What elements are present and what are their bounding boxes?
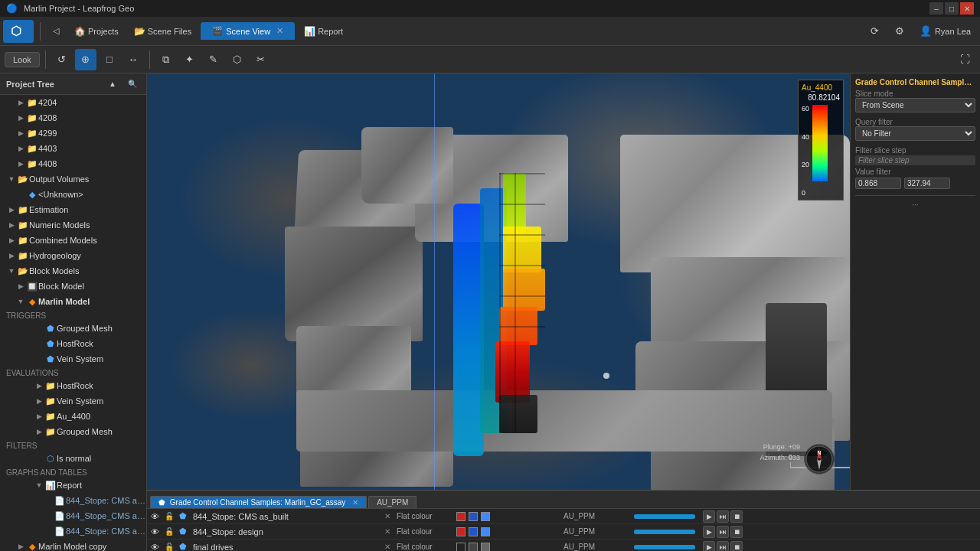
tree-item-hostrock[interactable]: ⬟ HostRock xyxy=(0,336,146,351)
ore-grid-2 xyxy=(514,173,516,433)
layer-color-swatch-r2[interactable] xyxy=(456,527,466,536)
tree-item-report-2[interactable]: 📄 844_Stope_CMS as_built xyxy=(0,508,146,523)
bottom-tab-close[interactable]: ✕ xyxy=(352,498,358,507)
layer-lock-1[interactable]: 🔓 xyxy=(162,512,176,520)
bottom-tab-auppm[interactable]: AU_PPM xyxy=(368,496,416,508)
layer-vis-3[interactable]: 👁 xyxy=(147,543,162,552)
layer-color-swatch-b2[interactable] xyxy=(469,527,478,536)
tree-item-au4400[interactable]: ▶ 📁 Au_4400 xyxy=(0,409,146,424)
close-button[interactable]: ✕ xyxy=(960,2,974,15)
scene-files-button[interactable]: 📂 Scene Files xyxy=(128,24,198,39)
tree-item-4299[interactable]: ▶ 📁 4299 xyxy=(0,126,146,141)
cursor-indicator xyxy=(603,373,609,379)
tree-item-vein-system[interactable]: ⬟ Vein System xyxy=(0,351,146,367)
tree-item-4403[interactable]: ▶ 📁 4403 xyxy=(0,141,146,156)
scene-view-label: Scene View xyxy=(226,27,270,36)
tree-item-4208[interactable]: ▶ 📁 4208 xyxy=(0,110,146,126)
projects-button[interactable]: 🏠 Projects xyxy=(68,24,125,39)
tree-search-button[interactable]: 🔍 xyxy=(125,77,140,92)
settings-button[interactable]: ⚙ xyxy=(889,21,910,42)
minimize-button[interactable]: – xyxy=(929,2,943,15)
tree-item-marlin-copy[interactable]: ▶ ◆ Marlin Model copy xyxy=(0,539,146,551)
tree-item-grouped-mesh-eval[interactable]: ▶ 📁 Grouped Mesh xyxy=(0,424,146,439)
report-label: Report xyxy=(318,27,343,36)
titlebar: 🔵 Marlin Project - Leapfrog Geo – □ ✕ xyxy=(0,0,980,17)
scene-view-close[interactable]: ✕ xyxy=(276,26,283,36)
value-filter-min[interactable] xyxy=(855,178,901,189)
measure-h-tool[interactable]: ↔ xyxy=(122,49,144,70)
polygon-tool[interactable]: ⬡ xyxy=(227,49,248,70)
tree-item-grouped-mesh[interactable]: ⬟ Grouped Mesh xyxy=(0,321,146,336)
layer-btn-play-3[interactable]: ▶ xyxy=(703,541,715,552)
point-tool[interactable]: ✦ xyxy=(179,49,201,70)
zoom-fit-button[interactable]: ⛶ xyxy=(954,49,975,70)
tree-item-block-model[interactable]: ▶ 🔲 Block Model xyxy=(0,279,146,294)
draw-tool[interactable]: ✎ xyxy=(203,49,224,70)
layer-color-swatch-l1[interactable] xyxy=(481,512,490,521)
layer-close-3[interactable]: ✕ xyxy=(381,543,394,551)
viewport-right-container: Au_4400 80.82104 60 40 20 0 xyxy=(147,73,980,490)
tree-item-hostrock-eval[interactable]: ▶ 📁 HostRock xyxy=(0,378,146,393)
layer-btn-step-1[interactable]: ⏭ xyxy=(717,510,729,523)
nav-back-button[interactable]: ◁ xyxy=(47,24,65,38)
slice-mode-select[interactable]: From Scene xyxy=(855,98,975,112)
layer-color-swatch-r1[interactable] xyxy=(456,512,466,521)
tree-item-hydrogeology[interactable]: ▶ 📁 Hydrogeology xyxy=(0,248,146,263)
layer-slider-3[interactable] xyxy=(634,545,695,549)
look-button[interactable]: Look xyxy=(5,52,40,67)
layer-color-swatch-b3[interactable] xyxy=(469,543,478,552)
cut-tool[interactable]: ✂ xyxy=(250,49,272,70)
bottom-tab-gc[interactable]: ⬟ Grade Control Channel Samples: Marlin_… xyxy=(150,496,367,508)
tree-item-estimation[interactable]: ▶ 📁 Estimation xyxy=(0,202,146,217)
viewport-3d[interactable]: Au_4400 80.82104 60 40 20 0 xyxy=(147,73,850,490)
layer-vis-1[interactable]: 👁 xyxy=(147,512,162,521)
layer-btn-play-1[interactable]: ▶ xyxy=(703,510,715,523)
tree-item-is-normal[interactable]: ⬡ Is normal xyxy=(0,451,146,466)
layer-slider-1[interactable] xyxy=(634,514,695,519)
layer-lock-2[interactable]: 🔓 xyxy=(162,527,176,536)
layer-btn-end-3[interactable]: ⏹ xyxy=(730,541,743,552)
layer-btn-end-2[interactable]: ⏹ xyxy=(730,526,743,538)
tree-item-numeric-models[interactable]: ▶ 📁 Numeric Models xyxy=(0,217,146,233)
rotate-tool[interactable]: ↺ xyxy=(51,49,73,70)
layer-attr2-3: AU_PPM xyxy=(560,543,629,551)
tree-item-marlin-model[interactable]: ▼ ◆ Marlin Model xyxy=(0,294,146,309)
layer-color-swatch-l3[interactable] xyxy=(481,543,490,552)
folder-icon: 📁 xyxy=(17,249,29,262)
scene-view-tab[interactable]: 🎬 Scene View ✕ xyxy=(201,22,295,40)
tree-item-vein-system-eval[interactable]: ▶ 📁 Vein System xyxy=(0,393,146,409)
value-filter-max[interactable] xyxy=(904,178,950,189)
tree-item-block-models[interactable]: ▼ 📂 Block Models xyxy=(0,263,146,279)
report-button[interactable]: 📊 Report xyxy=(298,24,349,39)
rock-center-top2 xyxy=(361,127,453,204)
layer-color-swatch-l2[interactable] xyxy=(481,527,490,536)
slice-tool[interactable]: ⧉ xyxy=(155,49,177,70)
layer-close-2[interactable]: ✕ xyxy=(381,527,394,536)
tree-item-output-volumes[interactable]: ▼ 📂 Output Volumes xyxy=(0,171,146,187)
layer-close-1[interactable]: ✕ xyxy=(381,512,394,520)
tree-item-combined-models[interactable]: ▶ 📁 Combined Models xyxy=(0,233,146,248)
tree-collapse-button[interactable]: ▲ xyxy=(105,77,120,92)
layer-color-swatch-b1[interactable] xyxy=(469,512,478,521)
folder-icon: 📁 xyxy=(44,395,57,407)
select-box-tool[interactable]: □ xyxy=(99,49,120,70)
tree-item-4204[interactable]: ▶ 📁 4204 xyxy=(0,95,146,110)
layer-btn-end-1[interactable]: ⏹ xyxy=(730,510,743,523)
bottom-panel: ⬟ Grade Control Channel Samples: Marlin_… xyxy=(147,490,980,551)
maximize-button[interactable]: □ xyxy=(945,2,959,15)
layer-slider-2[interactable] xyxy=(634,530,695,534)
tree-item-4408[interactable]: ▶ 📁 4408 xyxy=(0,156,146,171)
layer-vis-2[interactable]: 👁 xyxy=(147,527,162,536)
tree-item-unknown[interactable]: ◆ <Unknown> xyxy=(0,187,146,202)
query-filter-select[interactable]: No Filter xyxy=(855,126,975,141)
layer-color-swatch-r3[interactable] xyxy=(456,543,466,552)
pan-tool[interactable]: ⊕ xyxy=(75,49,96,70)
sync-button[interactable]: ⟳ xyxy=(864,21,886,42)
layer-btn-step-3[interactable]: ⏭ xyxy=(717,541,729,552)
layer-lock-3[interactable]: 🔓 xyxy=(162,543,176,551)
layer-btn-play-2[interactable]: ▶ xyxy=(703,526,715,538)
tree-item-report-1[interactable]: 📄 844_Stope: CMS as_built xyxy=(0,493,146,508)
tree-item-report-3[interactable]: 📄 844_Stope: CMS as_built F... xyxy=(0,523,146,539)
tree-item-report[interactable]: ▼ 📊 Report xyxy=(0,478,146,493)
layer-btn-step-2[interactable]: ⏭ xyxy=(717,526,729,538)
